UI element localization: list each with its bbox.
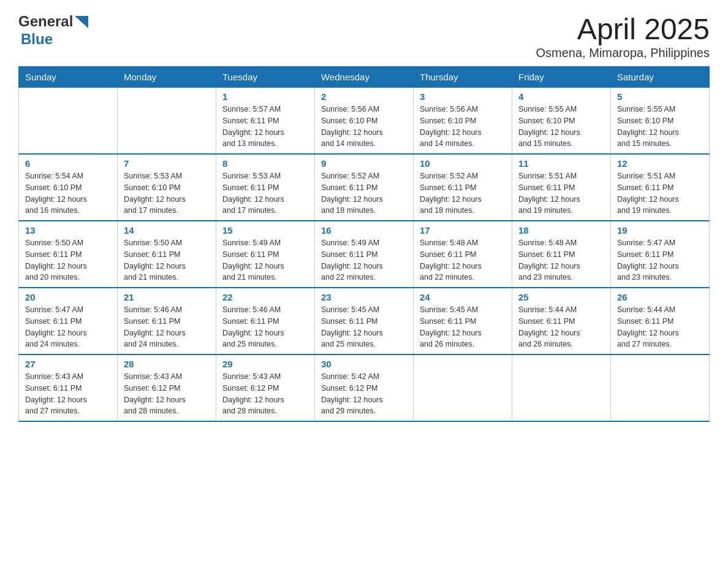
day-number: 11: [518, 158, 604, 169]
calendar-cell: 23Sunrise: 5:45 AM Sunset: 6:11 PM Dayli…: [315, 288, 414, 354]
calendar-cell: 7Sunrise: 5:53 AM Sunset: 6:10 PM Daylig…: [118, 154, 216, 221]
calendar-week-row: 6Sunrise: 5:54 AM Sunset: 6:10 PM Daylig…: [19, 154, 710, 221]
day-number: 7: [124, 158, 210, 169]
day-number: 21: [124, 292, 210, 302]
calendar-cell: 20Sunrise: 5:47 AM Sunset: 6:11 PM Dayli…: [19, 288, 118, 354]
day-number: 12: [617, 158, 703, 169]
calendar-cell: 19Sunrise: 5:47 AM Sunset: 6:11 PM Dayli…: [611, 221, 710, 288]
calendar-day-header: Sunday: [19, 67, 118, 88]
calendar-cell: 3Sunrise: 5:56 AM Sunset: 6:10 PM Daylig…: [414, 88, 512, 155]
day-number: 14: [124, 225, 210, 236]
calendar-cell: 12Sunrise: 5:51 AM Sunset: 6:11 PM Dayli…: [611, 154, 710, 221]
calendar-day-header: Monday: [118, 67, 216, 88]
day-info: Sunrise: 5:48 AM Sunset: 6:11 PM Dayligh…: [420, 237, 506, 283]
day-number: 4: [518, 91, 604, 102]
day-number: 28: [124, 359, 210, 369]
calendar-cell: 11Sunrise: 5:51 AM Sunset: 6:11 PM Dayli…: [512, 154, 611, 221]
calendar-cell: [512, 354, 611, 421]
day-info: Sunrise: 5:42 AM Sunset: 6:12 PM Dayligh…: [321, 371, 407, 417]
day-info: Sunrise: 5:54 AM Sunset: 6:10 PM Dayligh…: [25, 170, 111, 216]
calendar-day-header: Friday: [512, 67, 611, 88]
day-info: Sunrise: 5:43 AM Sunset: 6:12 PM Dayligh…: [124, 371, 210, 417]
day-number: 30: [321, 359, 407, 369]
day-number: 18: [518, 225, 604, 236]
calendar-cell: 24Sunrise: 5:45 AM Sunset: 6:11 PM Dayli…: [414, 288, 512, 354]
day-number: 23: [321, 292, 407, 302]
day-info: Sunrise: 5:46 AM Sunset: 6:11 PM Dayligh…: [222, 304, 308, 350]
calendar-cell: [118, 88, 216, 155]
day-number: 29: [222, 359, 308, 369]
logo: General Blue: [18, 12, 88, 48]
day-info: Sunrise: 5:43 AM Sunset: 6:11 PM Dayligh…: [25, 371, 111, 417]
day-info: Sunrise: 5:56 AM Sunset: 6:10 PM Dayligh…: [420, 104, 506, 150]
calendar-cell: 25Sunrise: 5:44 AM Sunset: 6:11 PM Dayli…: [512, 288, 611, 354]
day-info: Sunrise: 5:57 AM Sunset: 6:11 PM Dayligh…: [222, 104, 308, 150]
day-info: Sunrise: 5:43 AM Sunset: 6:12 PM Dayligh…: [222, 371, 308, 417]
day-info: Sunrise: 5:55 AM Sunset: 6:10 PM Dayligh…: [617, 104, 703, 150]
day-number: 25: [518, 292, 604, 302]
day-info: Sunrise: 5:51 AM Sunset: 6:11 PM Dayligh…: [518, 170, 604, 216]
day-number: 17: [420, 225, 506, 236]
day-info: Sunrise: 5:52 AM Sunset: 6:11 PM Dayligh…: [420, 170, 506, 216]
calendar-cell: 22Sunrise: 5:46 AM Sunset: 6:11 PM Dayli…: [216, 288, 315, 354]
svg-marker-0: [75, 16, 88, 28]
logo-arrow-icon: [75, 16, 88, 31]
calendar-cell: 26Sunrise: 5:44 AM Sunset: 6:11 PM Dayli…: [611, 288, 710, 354]
page-title: April 2025: [536, 12, 710, 46]
calendar-cell: 16Sunrise: 5:49 AM Sunset: 6:11 PM Dayli…: [315, 221, 414, 288]
calendar-cell: 21Sunrise: 5:46 AM Sunset: 6:11 PM Dayli…: [118, 288, 216, 354]
calendar-cell: 8Sunrise: 5:53 AM Sunset: 6:11 PM Daylig…: [216, 154, 315, 221]
day-info: Sunrise: 5:55 AM Sunset: 6:10 PM Dayligh…: [518, 104, 604, 150]
day-number: 15: [222, 225, 308, 236]
day-number: 9: [321, 158, 407, 169]
page-header: General Blue April 2025 Osmena, Mimaropa…: [18, 12, 710, 60]
calendar-day-header: Tuesday: [216, 67, 315, 88]
day-number: 5: [617, 91, 703, 102]
day-info: Sunrise: 5:45 AM Sunset: 6:11 PM Dayligh…: [321, 304, 407, 350]
day-info: Sunrise: 5:53 AM Sunset: 6:10 PM Dayligh…: [124, 170, 210, 216]
day-number: 24: [420, 292, 506, 302]
day-number: 8: [222, 158, 308, 169]
logo-blue-text: Blue: [21, 31, 53, 47]
day-number: 27: [25, 359, 111, 369]
day-number: 26: [617, 292, 703, 302]
title-block: April 2025 Osmena, Mimaropa, Philippines: [536, 12, 710, 60]
day-info: Sunrise: 5:56 AM Sunset: 6:10 PM Dayligh…: [321, 104, 407, 150]
day-number: 10: [420, 158, 506, 169]
calendar-cell: 5Sunrise: 5:55 AM Sunset: 6:10 PM Daylig…: [611, 88, 710, 155]
day-info: Sunrise: 5:53 AM Sunset: 6:11 PM Dayligh…: [222, 170, 308, 216]
day-info: Sunrise: 5:50 AM Sunset: 6:11 PM Dayligh…: [124, 237, 210, 283]
day-info: Sunrise: 5:51 AM Sunset: 6:11 PM Dayligh…: [617, 170, 703, 216]
calendar-cell: 6Sunrise: 5:54 AM Sunset: 6:10 PM Daylig…: [19, 154, 118, 221]
calendar-cell: 14Sunrise: 5:50 AM Sunset: 6:11 PM Dayli…: [118, 221, 216, 288]
calendar-day-header: Thursday: [414, 67, 512, 88]
day-info: Sunrise: 5:47 AM Sunset: 6:11 PM Dayligh…: [25, 304, 111, 350]
day-info: Sunrise: 5:49 AM Sunset: 6:11 PM Dayligh…: [321, 237, 407, 283]
calendar-cell: 28Sunrise: 5:43 AM Sunset: 6:12 PM Dayli…: [118, 354, 216, 421]
day-number: 3: [420, 91, 506, 102]
calendar-cell: 13Sunrise: 5:50 AM Sunset: 6:11 PM Dayli…: [19, 221, 118, 288]
calendar-cell: [414, 354, 512, 421]
calendar-cell: [611, 354, 710, 421]
day-info: Sunrise: 5:46 AM Sunset: 6:11 PM Dayligh…: [124, 304, 210, 350]
day-info: Sunrise: 5:47 AM Sunset: 6:11 PM Dayligh…: [617, 237, 703, 283]
calendar-cell: 1Sunrise: 5:57 AM Sunset: 6:11 PM Daylig…: [216, 88, 315, 155]
day-info: Sunrise: 5:45 AM Sunset: 6:11 PM Dayligh…: [420, 304, 506, 350]
day-info: Sunrise: 5:44 AM Sunset: 6:11 PM Dayligh…: [518, 304, 604, 350]
day-info: Sunrise: 5:52 AM Sunset: 6:11 PM Dayligh…: [321, 170, 407, 216]
calendar-week-row: 1Sunrise: 5:57 AM Sunset: 6:11 PM Daylig…: [19, 88, 710, 155]
day-number: 19: [617, 225, 703, 236]
calendar-week-row: 20Sunrise: 5:47 AM Sunset: 6:11 PM Dayli…: [19, 288, 710, 354]
day-number: 2: [321, 91, 407, 102]
calendar-table: SundayMondayTuesdayWednesdayThursdayFrid…: [18, 66, 710, 422]
calendar-day-header: Wednesday: [315, 67, 414, 88]
calendar-cell: 30Sunrise: 5:42 AM Sunset: 6:12 PM Dayli…: [315, 354, 414, 421]
calendar-cell: [19, 88, 118, 155]
day-info: Sunrise: 5:44 AM Sunset: 6:11 PM Dayligh…: [617, 304, 703, 350]
day-number: 1: [222, 91, 308, 102]
calendar-cell: 15Sunrise: 5:49 AM Sunset: 6:11 PM Dayli…: [216, 221, 315, 288]
day-number: 13: [25, 225, 111, 236]
calendar-cell: 18Sunrise: 5:48 AM Sunset: 6:11 PM Dayli…: [512, 221, 611, 288]
day-number: 6: [25, 158, 111, 169]
day-info: Sunrise: 5:48 AM Sunset: 6:11 PM Dayligh…: [518, 237, 604, 283]
